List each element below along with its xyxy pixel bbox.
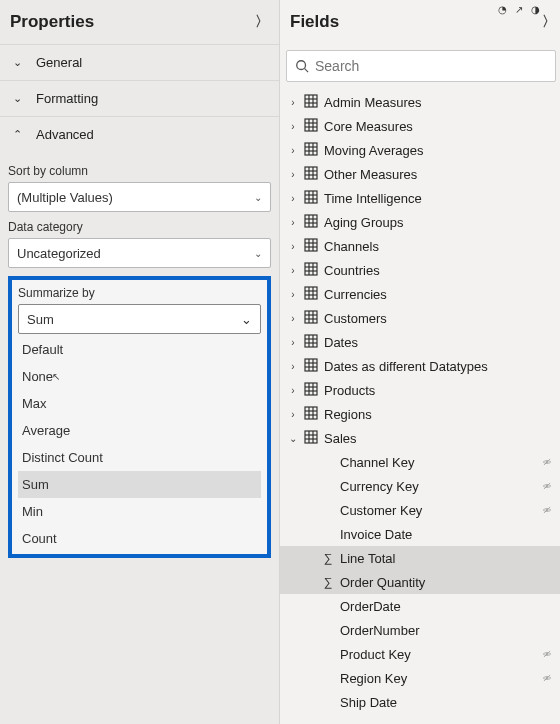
option-default[interactable]: Default <box>18 336 261 363</box>
option-max[interactable]: Max <box>18 390 261 417</box>
table-dates[interactable]: ›Dates <box>286 330 556 354</box>
chevron-right-icon: 〉 <box>255 13 269 31</box>
chevron-right-icon: › <box>288 121 298 132</box>
sort-by-select[interactable]: (Multiple Values) ⌄ <box>8 182 271 212</box>
table-label: Dates <box>324 335 556 350</box>
table-dates-as-different-datatypes[interactable]: ›Dates as different Datatypes <box>286 354 556 378</box>
table-icon <box>304 262 318 279</box>
svg-line-78 <box>544 459 550 465</box>
table-regions[interactable]: ›Regions <box>286 402 556 426</box>
table-core-measures[interactable]: ›Core Measures <box>286 114 556 138</box>
svg-line-80 <box>544 483 550 489</box>
table-channels[interactable]: ›Channels <box>286 234 556 258</box>
chevron-up-icon: ⌃ <box>10 128 24 141</box>
table-sales[interactable]: ⌄Sales <box>286 426 556 450</box>
sort-by-value: (Multiple Values) <box>17 190 113 205</box>
svg-line-84 <box>544 651 550 657</box>
table-label: Aging Groups <box>324 215 556 230</box>
option-none[interactable]: None↖ <box>18 363 261 390</box>
column-ship-date[interactable]: Ship Date <box>286 690 556 714</box>
sigma-icon: ∑ <box>322 575 334 589</box>
svg-rect-7 <box>305 119 317 131</box>
chevron-right-icon: › <box>288 193 298 204</box>
section-advanced-label: Advanced <box>36 127 94 142</box>
table-icon <box>304 166 318 183</box>
data-category-value: Uncategorized <box>17 246 101 261</box>
column-label: Channel Key <box>340 455 536 470</box>
column-ordernumber[interactable]: OrderNumber <box>286 618 556 642</box>
chevron-right-icon: › <box>288 361 298 372</box>
option-distinct-count[interactable]: Distinct Count <box>18 444 261 471</box>
column-orderdate[interactable]: OrderDate <box>286 594 556 618</box>
column-label: Product Key <box>340 647 536 662</box>
table-label: Countries <box>324 263 556 278</box>
table-moving-averages[interactable]: ›Moving Averages <box>286 138 556 162</box>
table-label: Sales <box>324 431 556 446</box>
column-product-key[interactable]: Product Key <box>286 642 556 666</box>
search-box[interactable] <box>286 50 556 82</box>
properties-header[interactable]: Properties 〉 <box>0 0 279 44</box>
fields-title: Fields <box>290 12 339 32</box>
column-region-key[interactable]: Region Key <box>286 666 556 690</box>
column-label: Currency Key <box>340 479 536 494</box>
svg-rect-32 <box>305 239 317 251</box>
chevron-right-icon: › <box>288 169 298 180</box>
svg-rect-22 <box>305 191 317 203</box>
table-icon <box>304 430 318 447</box>
column-label: Order Quantity <box>340 575 540 590</box>
table-aging-groups[interactable]: ›Aging Groups <box>286 210 556 234</box>
table-icon <box>304 238 318 255</box>
table-icon <box>304 94 318 111</box>
section-advanced[interactable]: ⌃ Advanced <box>0 116 279 152</box>
chevron-right-icon: › <box>288 337 298 348</box>
column-label: OrderDate <box>340 599 536 614</box>
option-count[interactable]: Count <box>18 525 261 552</box>
svg-rect-2 <box>305 95 317 107</box>
table-other-measures[interactable]: ›Other Measures <box>286 162 556 186</box>
section-formatting-label: Formatting <box>36 91 98 106</box>
table-products[interactable]: ›Products <box>286 378 556 402</box>
option-sum[interactable]: Sum <box>18 471 261 498</box>
search-input[interactable] <box>315 58 547 74</box>
fields-pane: Fields 〉 ›Admin Measures›Core Measures›M… <box>280 0 560 724</box>
column-customer-key[interactable]: Customer Key <box>286 498 556 522</box>
section-general-label: General <box>36 55 82 70</box>
summarize-select[interactable]: Sum ⌄ <box>18 304 261 334</box>
column-order-quantity[interactable]: ∑Order Quantity <box>280 570 560 594</box>
section-formatting[interactable]: ⌄ Formatting <box>0 80 279 116</box>
chevron-down-icon: ⌄ <box>254 192 262 203</box>
column-channel-key[interactable]: Channel Key <box>286 450 556 474</box>
chevron-right-icon: › <box>288 265 298 276</box>
chevron-right-icon: › <box>288 217 298 228</box>
column-line-total[interactable]: ∑Line Total <box>280 546 560 570</box>
table-label: Time Intelligence <box>324 191 556 206</box>
chevron-right-icon: › <box>288 313 298 324</box>
hidden-icon <box>542 671 556 685</box>
table-label: Moving Averages <box>324 143 556 158</box>
option-min[interactable]: Min <box>18 498 261 525</box>
table-time-intelligence[interactable]: ›Time Intelligence <box>286 186 556 210</box>
table-icon <box>304 286 318 303</box>
table-currencies[interactable]: ›Currencies <box>286 282 556 306</box>
svg-rect-42 <box>305 287 317 299</box>
data-category-select[interactable]: Uncategorized ⌄ <box>8 238 271 268</box>
chevron-down-icon: ⌄ <box>241 312 252 327</box>
column-label: Line Total <box>340 551 540 566</box>
table-icon <box>304 310 318 327</box>
chevron-right-icon: › <box>288 241 298 252</box>
table-label: Admin Measures <box>324 95 556 110</box>
table-admin-measures[interactable]: ›Admin Measures <box>286 90 556 114</box>
column-invoice-date[interactable]: Invoice Date <box>286 522 556 546</box>
option-average[interactable]: Average <box>18 417 261 444</box>
svg-line-1 <box>305 69 309 73</box>
cursor-icon: ↖ <box>52 371 60 382</box>
column-currency-key[interactable]: Currency Key <box>286 474 556 498</box>
svg-rect-72 <box>305 431 317 443</box>
table-label: Other Measures <box>324 167 556 182</box>
section-general[interactable]: ⌄ General <box>0 44 279 80</box>
table-countries[interactable]: ›Countries <box>286 258 556 282</box>
svg-rect-37 <box>305 263 317 275</box>
summarize-value: Sum <box>27 312 54 327</box>
svg-line-86 <box>544 675 550 681</box>
table-customers[interactable]: ›Customers <box>286 306 556 330</box>
